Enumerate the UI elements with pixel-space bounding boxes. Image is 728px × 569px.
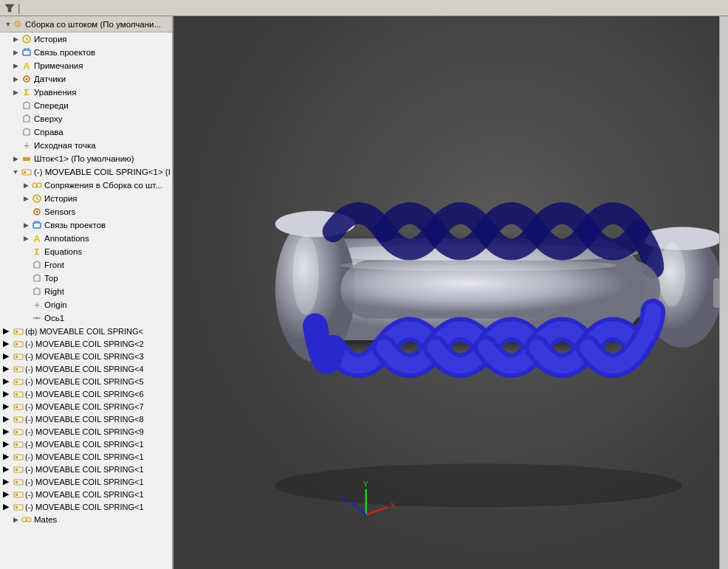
tree-item-right2[interactable]: Right [0, 285, 172, 298]
tree-item-history2[interactable]: ▶ История [0, 192, 172, 205]
sensors2-icon [31, 206, 43, 218]
svg-text:Y: Y [363, 480, 368, 489]
svg-rect-27 [16, 356, 18, 358]
tree-item-top2[interactable]: Top [0, 272, 172, 285]
tree-item-coil-9[interactable]: ▶ (-) MOVEABLE COIL SPRING<9 [0, 425, 172, 438]
top2-plane-icon [31, 272, 43, 284]
tree-item-coil-11[interactable]: ▶ (-) MOVEABLE COIL SPRING<1 [0, 450, 172, 463]
coil-expand-6[interactable]: ▶ [3, 401, 13, 411]
tree-item-notes[interactable]: ▶ A Примечания [0, 59, 172, 72]
coil-label-11: (-) MOVEABLE COIL SPRING<1 [25, 465, 144, 474]
coil-icon-2 [13, 351, 24, 362]
filter-icon[interactable] [3, 1, 16, 15]
coil-icon-3 [13, 364, 24, 374]
svg-rect-50 [14, 505, 23, 510]
svg-rect-23 [16, 331, 18, 333]
resize-handle[interactable] [713, 278, 719, 308]
tree-item-coil-2[interactable]: ▶ (-) MOVEABLE COIL SPRING<2 [0, 337, 172, 350]
tree-item-front2[interactable]: Front [0, 258, 172, 272]
tree-item-rod[interactable]: ▶ Шток<1> (По умолчанию) [0, 152, 172, 165]
mates-expand[interactable]: ▶ [21, 180, 31, 190]
rod-expand[interactable]: ▶ [10, 154, 21, 164]
coil-expand-10[interactable]: ▶ [3, 452, 13, 461]
tree-item-coil-6[interactable]: ▶ (-) MOVEABLE COIL SPRING<6 [0, 387, 172, 400]
coil-expand-5[interactable]: ▶ [3, 389, 13, 399]
annotations-expand[interactable]: ▶ [21, 233, 31, 244]
tree-item-sensors2[interactable]: Sensors [0, 205, 172, 218]
coil-expand-7[interactable]: ▶ [3, 414, 13, 424]
coil-expand-9[interactable]: ▶ [3, 439, 13, 449]
coil-label-5: (-) MOVEABLE COIL SPRING<6 [25, 390, 144, 399]
tree-item-mates-in-assembly[interactable]: ▶ Сопряжения в Сборка со шт... [0, 179, 172, 192]
tree-header-expand[interactable]: ▼ [3, 19, 13, 30]
history2-expand[interactable]: ▶ [21, 193, 31, 204]
project-link2-expand[interactable]: ▶ [21, 220, 31, 230]
coil-expand-11[interactable]: ▶ [3, 464, 13, 474]
coil-expand-13[interactable]: ▶ [3, 489, 13, 499]
tree-item-project-link2[interactable]: ▶ Связь проектов [0, 218, 172, 232]
axis1-expand [21, 313, 31, 323]
sensors-label: Датчики [34, 75, 66, 83]
tree-item-coil-13[interactable]: ▶ (-) MOVEABLE COIL SPRING<1 [0, 475, 172, 488]
coil-expand-0[interactable]: ▶ [3, 326, 13, 336]
coil-label-2: (-) MOVEABLE COIL SPRING<3 [25, 352, 144, 361]
svg-point-11 [32, 183, 37, 187]
viewport[interactable]: X Y Z [174, 16, 719, 569]
tree-item-equations[interactable]: ▶ Σ Уравнения [0, 86, 172, 99]
coil-expand-14[interactable]: ▶ [3, 502, 13, 511]
coil-icon-14 [13, 502, 24, 512]
coil-label-6: (-) MOVEABLE COIL SPRING<7 [25, 402, 144, 411]
tree-item-annotations[interactable]: ▶ A Annotations [0, 232, 172, 245]
tree-item-coil-main[interactable]: ▼ (-) MOVEABLE COIL SPRING<1> (I [0, 165, 172, 179]
coil-expand-2[interactable]: ▶ [3, 351, 13, 361]
tree-item-axis1[interactable]: Ось1 [0, 311, 172, 325]
svg-rect-46 [14, 480, 23, 485]
coil-expand-12[interactable]: ▶ [3, 477, 13, 486]
tree-item-coil-5[interactable]: ▶ (-) MOVEABLE COIL SPRING<5 [0, 375, 172, 387]
tree-item-equations2[interactable]: Σ Equations [0, 245, 172, 258]
tree-item-origin[interactable]: + Исходная точка [0, 139, 172, 152]
tree-item-front[interactable]: Спереди [0, 99, 172, 112]
origin2-expand [21, 300, 31, 310]
tree-item-coil-3[interactable]: ▶ (-) MOVEABLE COIL SPRING<3 [0, 350, 172, 362]
coil-expand-4[interactable]: ▶ [3, 376, 13, 386]
svg-rect-42 [14, 455, 23, 460]
tree-item-coil-8[interactable]: ▶ (-) MOVEABLE COIL SPRING<8 [0, 413, 172, 425]
tree-item-coil-4[interactable]: ▶ (-) MOVEABLE COIL SPRING<4 [0, 362, 172, 375]
origin-icon: + [21, 139, 32, 151]
coil-expand-8[interactable]: ▶ [3, 427, 13, 436]
right-plane-icon [21, 126, 32, 138]
sensors-expand[interactable]: ▶ [10, 74, 21, 84]
tree-item-mates[interactable]: ▶ Mates [0, 513, 172, 526]
history-expand[interactable]: ▶ [10, 34, 21, 44]
tree-item-coil-15[interactable]: ▶ (-) MOVEABLE COIL SPRING<1 [0, 500, 172, 513]
tree-item-origin2[interactable]: + Origin [0, 298, 172, 311]
equations-expand[interactable]: ▶ [10, 87, 21, 97]
svg-rect-35 [16, 406, 18, 408]
tree-item-right[interactable]: Справа [0, 125, 172, 139]
svg-point-53 [27, 517, 31, 522]
svg-point-52 [22, 517, 27, 522]
tree-item-sensors[interactable]: ▶ Датчики [0, 72, 172, 86]
tree-item-coil-7[interactable]: ▶ (-) MOVEABLE COIL SPRING<7 [0, 400, 172, 413]
mates-bottom-expand[interactable]: ▶ [10, 514, 21, 525]
tree-item-coil-14[interactable]: ▶ (-) MOVEABLE COIL SPRING<1 [0, 488, 172, 500]
tree-item-coil-1[interactable]: ▶ (ф) MOVEABLE COIL SPRING< [0, 325, 172, 337]
svg-rect-28 [14, 367, 23, 372]
coil-expand-3[interactable]: ▶ [3, 364, 13, 373]
coil-main-expand[interactable]: ▼ [10, 167, 21, 177]
tree-item-project-link[interactable]: ▶ Связь проектов [0, 46, 172, 59]
notes-expand[interactable]: ▶ [10, 61, 21, 71]
right-cap-highlight [659, 243, 684, 307]
svg-point-21 [36, 317, 38, 320]
coil-expand-1[interactable]: ▶ [3, 339, 13, 348]
project-link-expand[interactable]: ▶ [10, 47, 21, 58]
tree-item-history[interactable]: ▶ История [0, 32, 172, 46]
sensors2-expand [21, 207, 31, 217]
origin2-label: Origin [44, 300, 67, 309]
tree-item-coil-10[interactable]: ▶ (-) MOVEABLE COIL SPRING<1 [0, 438, 172, 450]
svg-marker-17 [34, 261, 40, 268]
tree-item-coil-12[interactable]: ▶ (-) MOVEABLE COIL SPRING<1 [0, 463, 172, 475]
tree-item-top[interactable]: Сверху [0, 112, 172, 125]
coil-icon-11 [13, 464, 24, 475]
